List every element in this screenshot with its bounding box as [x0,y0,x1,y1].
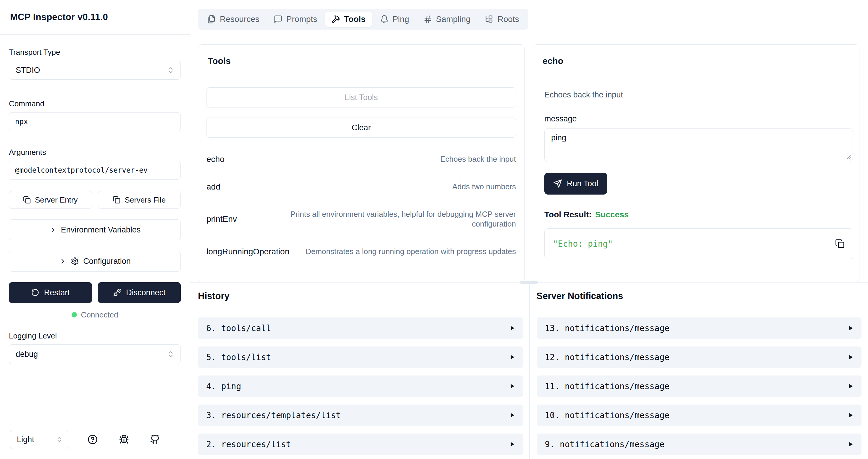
history-item[interactable]: 6. tools/call [198,317,523,339]
tab-prompts[interactable]: Prompts [268,11,323,27]
github-button[interactable] [148,433,162,446]
footer-icons [68,433,180,446]
tool-list-item-add[interactable]: add Adds two numbers [207,182,516,192]
tool-detail-description: Echoes back the input [544,90,853,99]
chevron-right-icon [49,226,57,234]
chevrons-up-down-icon [167,66,175,74]
command-input[interactable] [9,112,181,131]
expand-play-icon [847,382,854,390]
theme-value: Light [17,435,34,444]
top-panels: Tools List Tools Clear echo Echoes back … [198,45,860,282]
theme-select[interactable]: Light [10,430,68,449]
notification-item[interactable]: 12. notifications/message [537,346,862,368]
chevrons-up-down-icon [167,350,175,358]
expand-play-icon [847,353,854,361]
transport-type-value: STDIO [16,66,40,75]
tool-detail-panel: echo Echoes back the input message ping … [533,45,860,282]
expand-play-icon [509,324,515,332]
tool-list-item-longrunningoperation[interactable]: longRunningOperation Demonstrates a long… [207,247,516,256]
main-area: Resources Prompts Tools Ping Sampling Ro… [190,0,868,459]
run-tool-button[interactable]: Run Tool [544,173,607,195]
history-list: 6. tools/call 5. tools/list 4. ping 3. r… [198,317,523,459]
help-circle-icon [88,434,98,444]
expand-play-icon [847,324,854,332]
app-title: MCP Inspector v0.11.0 [10,12,108,23]
tab-resources[interactable]: Resources [201,11,266,27]
copy-icon [835,239,845,249]
notification-item[interactable]: 10. notifications/message [537,404,862,426]
history-item[interactable]: 3. resources/templates/list [198,404,523,426]
tool-result-box: "Echo: ping" [544,228,853,259]
gear-icon [71,257,79,265]
help-button[interactable] [86,433,99,446]
panel-split-divider [190,282,868,283]
transport-type-select[interactable]: STDIO [9,61,181,80]
environment-variables-expander[interactable]: Environment Variables [9,220,181,240]
hammer-icon [331,15,340,24]
bug-report-button[interactable] [117,433,131,446]
history-panel: History 6. tools/call 5. tools/list 4. p… [190,283,529,459]
copy-icon [113,196,120,204]
notification-item[interactable]: 11. notifications/message [537,375,862,397]
history-title: History [198,291,523,302]
notification-item[interactable]: 13. notifications/message [537,317,862,339]
copy-result-button[interactable] [834,238,846,250]
tab-bar: Resources Prompts Tools Ping Sampling Ro… [198,9,528,30]
command-label: Command [9,99,181,108]
hash-icon [423,15,432,24]
panel-resize-handle[interactable] [520,281,538,284]
tab-tools[interactable]: Tools [325,11,372,27]
tool-detail-header: echo [533,45,859,77]
history-item[interactable]: 4. ping [198,375,523,397]
sidebar: MCP Inspector v0.11.0 Transport Type STD… [0,0,190,459]
clear-tools-button[interactable]: Clear [207,118,516,138]
chevrons-up-down-icon [56,436,63,443]
expand-play-icon [509,412,515,419]
bell-icon [380,15,389,24]
tool-result-label: Tool Result: [544,210,592,220]
connection-status: Connected [9,308,181,321]
tools-panel-body: List Tools Clear echo Echoes back the in… [198,77,524,282]
send-icon [553,179,562,188]
copy-icon [23,196,31,204]
list-tools-button[interactable]: List Tools [207,87,516,108]
tool-list-item-echo[interactable]: echo Echoes back the input [207,154,516,164]
entry-buttons-row: Server Entry Servers File [9,191,181,209]
app-root: MCP Inspector v0.11.0 Transport Type STD… [0,0,868,459]
transport-type-label: Transport Type [9,48,181,57]
configuration-expander[interactable]: Configuration [9,251,181,271]
tool-result-status: Success [595,210,629,220]
tab-ping[interactable]: Ping [374,11,415,27]
bug-icon [119,434,129,444]
logging-level-select[interactable]: debug [9,344,181,364]
logging-level-label: Logging Level [9,332,181,341]
resize-grip-icon[interactable] [845,153,851,160]
notification-item[interactable]: 9. notifications/message [537,433,862,455]
tab-sampling[interactable]: Sampling [417,11,477,27]
expand-play-icon [847,412,854,419]
connected-dot-icon [71,312,77,317]
tool-result-value: "Echo: ping" [553,239,613,249]
server-entry-button[interactable]: Server Entry [9,191,92,209]
history-item[interactable]: 2. resources/list [198,433,523,455]
disconnect-button[interactable]: Disconnect [98,282,181,303]
notifications-list: 13. notifications/message 12. notificati… [537,317,862,459]
expand-play-icon [509,382,515,390]
history-item[interactable]: 5. tools/list [198,346,523,368]
tool-detail-body: Echoes back the input message ping Run T… [533,77,859,282]
restart-button[interactable]: Restart [9,282,92,303]
tab-roots[interactable]: Roots [478,11,525,27]
arguments-input[interactable] [9,161,181,180]
tool-list-item-printenv[interactable]: printEnv Prints all environment variable… [207,209,516,229]
tools-panel: Tools List Tools Clear echo Echoes back … [198,45,525,282]
expand-play-icon [847,441,854,448]
connection-buttons-row: Restart Disconnect [9,282,181,303]
server-notifications-title: Server Notifications [537,291,862,302]
message-input[interactable]: ping [544,128,853,162]
expand-play-icon [509,353,515,361]
bottom-panels: History 6. tools/call 5. tools/list 4. p… [190,283,868,459]
sidebar-footer: Light [0,420,190,459]
tool-detail-title: echo [542,56,563,66]
servers-file-button[interactable]: Servers File [98,191,181,209]
folder-tree-icon [485,15,493,24]
